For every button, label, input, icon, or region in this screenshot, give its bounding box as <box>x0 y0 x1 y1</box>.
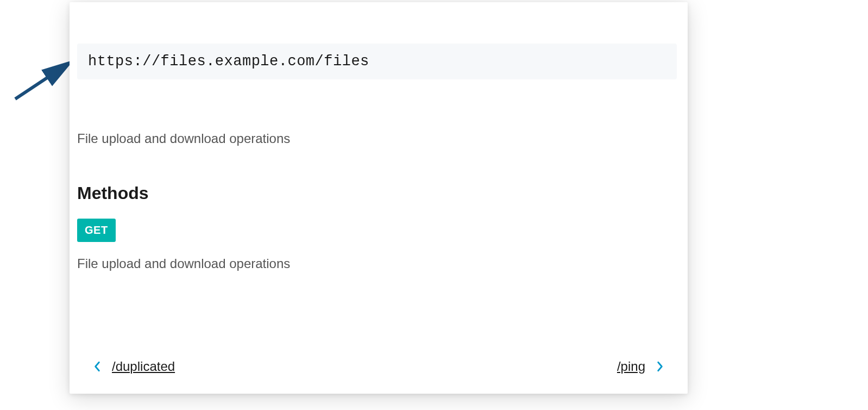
endpoint-description: File upload and download operations <box>77 131 677 146</box>
nav-prev-label: /duplicated <box>112 359 175 374</box>
nav-next-label: /ping <box>617 359 645 374</box>
pointer-arrow-icon <box>10 50 75 104</box>
api-doc-card: https://files.example.com/files File upl… <box>70 2 688 394</box>
nav-footer: /duplicated /ping <box>93 359 664 374</box>
endpoint-url: https://files.example.com/files <box>77 44 677 79</box>
http-method-badge-get[interactable]: GET <box>77 219 116 242</box>
nav-prev-link[interactable]: /duplicated <box>93 359 175 374</box>
chevron-left-icon <box>93 360 101 373</box>
chevron-right-icon <box>656 360 664 373</box>
method-description: File upload and download operations <box>77 256 677 271</box>
methods-heading: Methods <box>77 183 677 203</box>
nav-next-link[interactable]: /ping <box>617 359 664 374</box>
svg-line-1 <box>15 64 68 99</box>
